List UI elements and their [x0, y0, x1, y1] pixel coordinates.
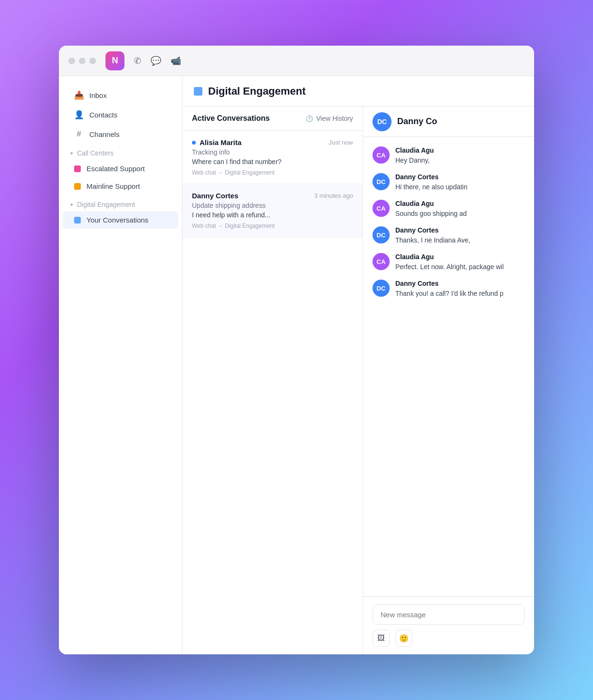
- message-row-4: DC Danny Cortes Thanks, I ne Indiana Ave…: [373, 226, 525, 245]
- call-centers-header[interactable]: ▾ Call Centers: [59, 144, 182, 160]
- main-layout: 📥 Inbox 👤 Contacts # Channels ▾ Call Cen…: [59, 76, 534, 654]
- view-history-button[interactable]: 🕐 View History: [306, 115, 353, 122]
- conv-2-time: 3 minutes ago: [314, 192, 353, 199]
- msg-2-avatar: DC: [373, 173, 390, 190]
- titlebar-icons: ✆ 💬 📹: [134, 56, 181, 66]
- main-window: N ✆ 💬 📹 📥 Inbox 👤 Contacts # Channels: [59, 46, 534, 654]
- chat-icon[interactable]: 💬: [151, 56, 161, 66]
- conversations-panel: Active Conversations 🕐 View History Alis…: [182, 107, 363, 654]
- conv-2-header-row: Danny Cortes 3 minutes ago: [192, 192, 353, 200]
- history-icon: 🕐: [306, 115, 313, 122]
- page-title: Digital Engagement: [208, 85, 306, 97]
- mainline-support-label: Mainline Support: [86, 182, 140, 190]
- page-header: Digital Engagement: [182, 76, 534, 107]
- traffic-light-maximize[interactable]: [89, 58, 96, 64]
- message-row-5: CA Claudia Agu Perfect. Let now. Alright…: [373, 253, 525, 272]
- chat-header: DC Danny Co: [363, 107, 534, 137]
- chat-header-name: Danny Co: [397, 117, 437, 126]
- chat-input-tools: 🖼 🙂: [373, 630, 525, 647]
- message-row-2: DC Danny Cortes Hi there, ne also updati…: [373, 173, 525, 192]
- conv-1-time: Just now: [329, 139, 353, 146]
- mainline-support-dot: [74, 183, 81, 190]
- channels-icon: #: [74, 129, 84, 139]
- msg-3-content: Claudia Agu Sounds goo shipping ad: [395, 200, 525, 219]
- escalated-support-dot: [74, 165, 81, 172]
- conv-2-channel: Web chat → Digital Engagement: [192, 223, 353, 229]
- msg-4-content: Danny Cortes Thanks, I ne Indiana Ave,: [395, 226, 525, 245]
- traffic-light-minimize[interactable]: [79, 58, 86, 64]
- content-area: Digital Engagement Active Conversations …: [182, 76, 534, 654]
- sidebar-label-inbox: Inbox: [89, 91, 107, 99]
- message-row-1: CA Claudia Agu Hey Danny,: [373, 146, 525, 165]
- active-conversations-title: Active Conversations: [192, 114, 270, 123]
- your-conversations-label: Your Conversations: [86, 216, 148, 224]
- msg-3-text: Sounds goo shipping ad: [395, 209, 525, 219]
- conv-1-channel: Web chat → Digital Engagement: [192, 169, 353, 176]
- sidebar-item-contacts[interactable]: 👤 Contacts: [63, 105, 178, 125]
- msg-1-text: Hey Danny,: [395, 156, 525, 165]
- chat-input-area: 🖼 🙂: [363, 596, 534, 654]
- msg-2-content: Danny Cortes Hi there, ne also updatin: [395, 173, 525, 192]
- conv-2-preview: I need help with a refund...: [192, 211, 353, 219]
- msg-3-avatar: CA: [373, 200, 390, 217]
- digital-engagement-header[interactable]: ▾ Digital Engagement: [59, 195, 182, 211]
- msg-5-sender: Claudia Agu: [395, 253, 525, 261]
- msg-1-content: Claudia Agu Hey Danny,: [395, 146, 525, 165]
- conversations-header: Active Conversations 🕐 View History: [182, 107, 363, 131]
- new-message-input[interactable]: [373, 604, 525, 625]
- msg-5-text: Perfect. Let now. Alright, package wil: [395, 262, 525, 272]
- msg-5-content: Claudia Agu Perfect. Let now. Alright, p…: [395, 253, 525, 272]
- conversation-item-alisia[interactable]: Alisia Marita Just now Tracking info Whe…: [182, 131, 363, 184]
- conv-1-sender: Alisia Marita: [192, 138, 241, 146]
- video-icon[interactable]: 📹: [171, 56, 181, 66]
- sidebar: 📥 Inbox 👤 Contacts # Channels ▾ Call Cen…: [59, 76, 182, 654]
- sidebar-label-contacts: Contacts: [89, 111, 117, 119]
- sidebar-item-your-conversations[interactable]: Your Conversations: [63, 211, 178, 229]
- msg-4-sender: Danny Cortes: [395, 226, 525, 234]
- sidebar-item-inbox[interactable]: 📥 Inbox: [63, 86, 178, 105]
- conv-1-subject: Tracking info: [192, 148, 353, 156]
- msg-4-text: Thanks, I ne Indiana Ave,: [395, 235, 525, 245]
- msg-2-text: Hi there, ne also updatin: [395, 182, 525, 192]
- titlebar: N ✆ 💬 📹: [59, 46, 534, 76]
- msg-6-avatar: DC: [373, 280, 390, 297]
- emoji-button[interactable]: 🙂: [395, 630, 412, 647]
- sidebar-label-channels: Channels: [89, 130, 119, 138]
- msg-2-sender: Danny Cortes: [395, 173, 525, 181]
- message-row-6: DC Danny Cortes Thank you! a call? I'd l…: [373, 280, 525, 299]
- image-upload-button[interactable]: 🖼: [373, 630, 390, 647]
- chat-panel: DC Danny Co CA Claudia Agu Hey Danny,: [363, 107, 534, 654]
- digital-engagement-section-label: Digital Engagement: [77, 201, 135, 208]
- call-centers-label: Call Centers: [77, 149, 114, 157]
- traffic-light-close[interactable]: [68, 58, 75, 64]
- msg-1-sender: Claudia Agu: [395, 146, 525, 154]
- phone-icon[interactable]: ✆: [134, 56, 141, 66]
- chevron-down-icon-2: ▾: [70, 202, 73, 208]
- unread-dot-1: [192, 141, 196, 145]
- app-icon: N: [105, 51, 124, 70]
- emoji-icon: 🙂: [399, 634, 409, 643]
- traffic-lights: [68, 58, 96, 64]
- conversation-item-danny[interactable]: Danny Cortes 3 minutes ago Update shippi…: [182, 184, 363, 237]
- page-title-icon: [194, 87, 202, 96]
- msg-1-avatar: CA: [373, 146, 390, 164]
- msg-4-avatar: DC: [373, 226, 390, 243]
- conv-1-preview: Where can I find that number?: [192, 158, 353, 165]
- inbox-icon: 📥: [74, 90, 84, 100]
- view-history-label: View History: [316, 115, 353, 122]
- sidebar-item-channels[interactable]: # Channels: [63, 125, 178, 144]
- msg-5-avatar: CA: [373, 253, 390, 270]
- sidebar-item-escalated-support[interactable]: Escalated Support: [63, 160, 178, 177]
- conv-2-subject: Update shipping address: [192, 202, 353, 209]
- chat-messages: CA Claudia Agu Hey Danny, DC Danny Corte…: [363, 137, 534, 596]
- msg-6-content: Danny Cortes Thank you! a call? I'd lik …: [395, 280, 525, 299]
- conv-2-sender: Danny Cortes: [192, 192, 239, 200]
- message-row-3: CA Claudia Agu Sounds goo shipping ad: [373, 200, 525, 219]
- sidebar-item-mainline-support[interactable]: Mainline Support: [63, 177, 178, 195]
- two-column-layout: Active Conversations 🕐 View History Alis…: [182, 107, 534, 654]
- conv-1-header-row: Alisia Marita Just now: [192, 138, 353, 146]
- msg-3-sender: Claudia Agu: [395, 200, 525, 207]
- msg-6-sender: Danny Cortes: [395, 280, 525, 287]
- image-icon: 🖼: [377, 634, 385, 642]
- your-conversations-dot: [74, 217, 81, 224]
